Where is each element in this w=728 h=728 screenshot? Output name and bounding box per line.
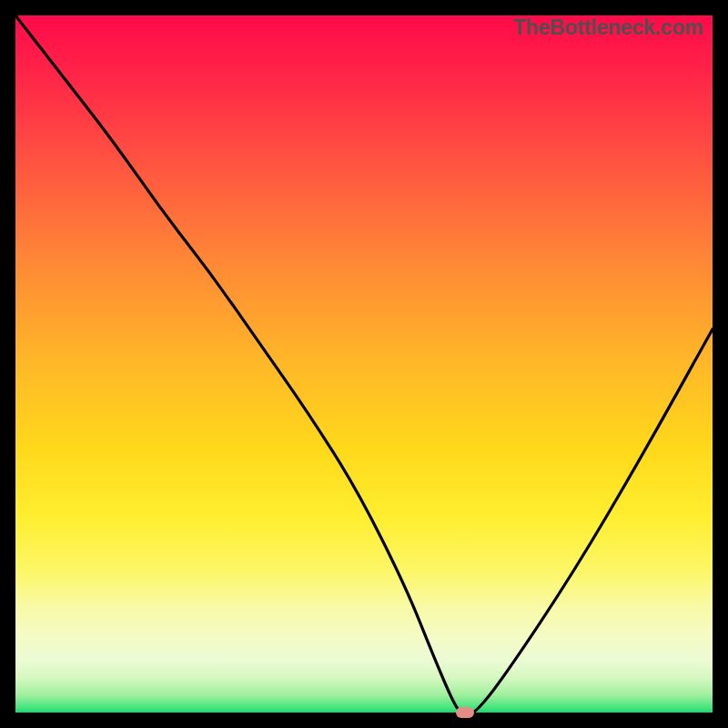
chart-container: TheBottleneck.com bbox=[0, 0, 728, 728]
plot-area: TheBottleneck.com bbox=[15, 15, 713, 713]
optimal-point-marker bbox=[456, 707, 474, 718]
bottleneck-chart bbox=[15, 15, 713, 713]
bottleneck-curve-line bbox=[15, 15, 713, 713]
